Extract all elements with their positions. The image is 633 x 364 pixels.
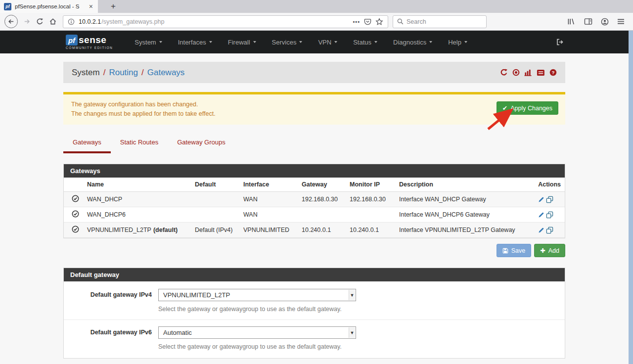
nav-item-label: Services [272, 39, 297, 46]
apply-changes-button[interactable]: ✔ Apply Changes [497, 101, 558, 115]
menu-hamburger-icon[interactable] [617, 18, 625, 25]
nav-item-label: Help [448, 39, 461, 46]
back-button[interactable] [4, 15, 18, 28]
routing-tabs: Gateways Static Routes Gateway Groups [63, 138, 565, 153]
home-icon [49, 18, 57, 25]
home-button[interactable] [49, 18, 57, 25]
breadcrumb-routing-link[interactable]: Routing [109, 68, 138, 78]
gateway-status-check-circle-icon [72, 195, 79, 202]
tab-title: pfSense.pfsense.local - S [15, 3, 85, 9]
gateway-name: WAN_DHCP6 [87, 211, 126, 218]
tab-gateway-groups[interactable]: Gateway Groups [168, 138, 235, 153]
table-row: WAN_DHCP6 WAN Interface WAN_DHCP6 Gatewa… [64, 207, 565, 223]
logout-button[interactable] [556, 38, 564, 48]
nav-item-label: Interfaces [178, 39, 206, 46]
search-input[interactable] [407, 18, 471, 25]
breadcrumb: System / Routing / Gateways ? [63, 62, 565, 83]
gateway-description: Interface WAN_DHCP Gateway [395, 192, 534, 207]
alert-line1: The gateway configuration has been chang… [71, 100, 557, 109]
form-row-ipv6: Default gateway IPv6 Automatic ▼ Select … [64, 319, 565, 357]
edit-pencil-icon[interactable] [538, 196, 544, 203]
breadcrumb-separator: / [138, 68, 147, 78]
ipv4-gateway-selected-value: VPNUNLIMITED_L2TP [163, 291, 230, 299]
status-icon[interactable] [512, 69, 520, 76]
gateway-name: VPNUNLIMITED_L2TP [87, 227, 151, 233]
search-icon [397, 18, 404, 25]
chevron-down-icon [299, 41, 302, 43]
nav-item-interfaces[interactable]: Interfaces [170, 39, 220, 46]
breadcrumb-gateways-link[interactable]: Gateways [147, 68, 185, 78]
pfsense-favicon-icon: pf [4, 3, 11, 10]
forward-button[interactable] [23, 18, 31, 25]
ipv6-gateway-select[interactable]: Automatic ▼ [158, 326, 356, 339]
help-icon[interactable]: ? [549, 69, 557, 76]
nav-item-vpn[interactable]: VPN [310, 39, 345, 46]
gateway-address [298, 207, 346, 223]
copy-icon[interactable] [546, 211, 553, 219]
svg-text:?: ? [552, 70, 555, 75]
tab-close-icon[interactable]: × [88, 3, 94, 10]
browser-tab[interactable]: pf pfSense.pfsense.local - S × [0, 0, 98, 13]
reload-icon [36, 18, 44, 25]
gateway-interface: VPNUNLIMITED [239, 223, 298, 238]
tab-static-routes[interactable]: Static Routes [111, 138, 168, 153]
chevron-down-icon [334, 41, 337, 43]
nav-item-diagnostics[interactable]: Diagnostics [385, 39, 440, 46]
breadcrumb-separator: / [100, 68, 109, 78]
site-info-icon[interactable] [68, 18, 75, 25]
form-row-ipv4: Default gateway IPv4 VPNUNLIMITED_L2TP ▼… [64, 282, 565, 319]
col-header-default: Default [191, 178, 239, 192]
col-header-interface: Interface [239, 178, 298, 192]
ipv4-gateway-help: Select the gateway or gatewaygroup to us… [158, 306, 356, 313]
nav-item-label: Firewall [228, 39, 250, 46]
reload-button[interactable] [36, 18, 44, 25]
gateway-address: 192.168.0.30 [298, 192, 346, 207]
url-bar[interactable]: 10.0.2.1 /system_gateways.php ••• [63, 15, 388, 28]
page-actions-icon[interactable]: ••• [353, 19, 360, 25]
pfsense-navbar: pf sense COMMUNITY EDITION System Interf… [0, 31, 633, 53]
col-header-monitor-ip: Monitor IP [346, 178, 395, 192]
search-bar[interactable] [393, 15, 487, 28]
nav-item-services[interactable]: Services [264, 39, 311, 46]
gateway-status-check-circle-icon [72, 226, 79, 233]
library-icon[interactable] [567, 18, 576, 25]
new-tab-button[interactable]: + [106, 1, 121, 13]
gateway-interface: WAN [239, 207, 298, 223]
edit-pencil-icon[interactable] [538, 227, 544, 233]
nav-item-system[interactable]: System [127, 39, 170, 46]
add-button[interactable]: ✚ Add [534, 244, 565, 257]
gateway-default-suffix: (default) [153, 227, 178, 233]
traffic-graph-icon[interactable] [524, 69, 532, 76]
bookmark-star-icon[interactable] [375, 18, 383, 26]
ipv4-gateway-select[interactable]: VPNUNLIMITED_L2TP ▼ [158, 289, 356, 301]
plus-icon: ✚ [540, 247, 545, 254]
gateway-monitor-ip: 192.168.0.30 [346, 192, 395, 207]
browser-toolbar: 10.0.2.1 /system_gateways.php ••• [0, 13, 633, 31]
col-header-description: Description [395, 178, 534, 192]
nav-item-firewall[interactable]: Firewall [220, 39, 264, 46]
sidebar-icon[interactable] [584, 18, 592, 25]
save-button[interactable]: Save [497, 244, 532, 257]
apply-changes-label: Apply Changes [510, 105, 552, 112]
account-icon[interactable] [601, 18, 609, 26]
tab-gateways[interactable]: Gateways [63, 138, 111, 153]
log-icon[interactable] [537, 69, 545, 76]
gateway-monitor-ip: 10.240.0.1 [346, 223, 395, 238]
refresh-icon[interactable] [500, 69, 508, 76]
nav-item-status[interactable]: Status [345, 39, 385, 46]
pfsense-page: pf sense COMMUNITY EDITION System Interf… [0, 31, 633, 364]
pfsense-logo-tagline: COMMUNITY EDITION [66, 46, 113, 49]
breadcrumb-system: System [72, 68, 100, 78]
pocket-icon[interactable] [364, 18, 371, 25]
pfsense-logo[interactable]: pf sense COMMUNITY EDITION [66, 35, 113, 49]
add-label: Add [548, 247, 559, 254]
copy-icon[interactable] [546, 196, 553, 203]
nav-item-help[interactable]: Help [440, 39, 475, 46]
ipv6-gateway-help: Select the gateway or gatewaygroup to us… [158, 343, 356, 350]
page-scrollbar[interactable] [629, 31, 633, 364]
nav-item-label: VPN [318, 39, 331, 46]
copy-icon[interactable] [546, 227, 553, 234]
gateway-interface: WAN [239, 192, 298, 207]
url-path: /system_gateways.php [101, 18, 164, 25]
edit-pencil-icon[interactable] [538, 212, 544, 218]
